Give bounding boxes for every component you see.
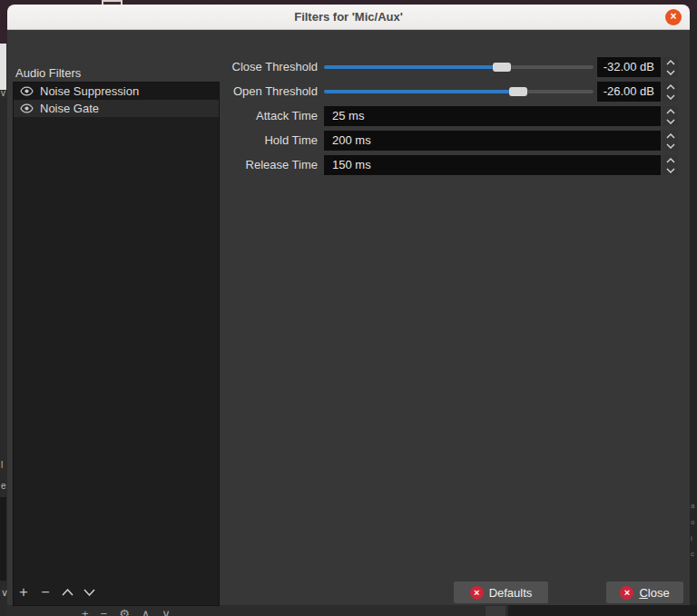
close-threshold-spinner (663, 57, 678, 77)
gear-icon[interactable]: ⚙ (119, 607, 130, 616)
slider-handle[interactable] (509, 87, 527, 96)
open-threshold-spinner (663, 82, 678, 102)
titlebar-close-button[interactable]: × (665, 9, 682, 25)
filters-dialog: Filters for 'Mic/Aux' × Audio Filters No… (7, 5, 690, 605)
dialog-titlebar[interactable]: Filters for 'Mic/Aux' × (7, 5, 690, 30)
attack-time-input[interactable]: 25 ms (324, 106, 661, 126)
edge-glyph: l (1, 461, 3, 470)
edge-glyph: i (691, 535, 692, 543)
background-window-right-edge: a o i c (690, 0, 697, 616)
red-x-icon: × (620, 586, 633, 600)
close-icon: × (670, 10, 676, 23)
edge-glyph: a (691, 503, 694, 510)
hold-time-row: Hold Time 200 ms (7, 131, 690, 151)
move-down-icon[interactable]: ∨ (162, 607, 171, 616)
spinner-down-icon[interactable] (663, 67, 678, 77)
edge-glyph: v (1, 89, 5, 98)
background-window-left-edge: v l e ∨ (0, 0, 7, 616)
close-threshold-label: Close Threshold (7, 57, 318, 77)
remove-icon[interactable]: − (101, 607, 108, 616)
edge-glyph: c (691, 551, 694, 558)
desktop-fragment (690, 0, 697, 11)
release-time-label: Release Time (7, 155, 318, 175)
slider-handle[interactable] (493, 63, 511, 72)
hold-time-label: Hold Time (7, 131, 318, 151)
add-filter-button[interactable]: + (13, 582, 34, 602)
spinner-up-icon[interactable] (663, 155, 678, 165)
filters-list-toolbar: + − (13, 582, 100, 603)
close-button[interactable]: × Close (606, 582, 683, 603)
red-x-icon: × (470, 586, 484, 600)
release-time-spinner (663, 155, 678, 175)
spinner-down-icon[interactable] (663, 141, 678, 151)
spinner-up-icon[interactable] (663, 82, 678, 92)
background-list-fragment (0, 497, 6, 581)
attack-time-row: Attack Time 25 ms (7, 106, 690, 126)
spinner-up-icon[interactable] (663, 131, 678, 141)
hold-time-input[interactable]: 200 ms (324, 131, 661, 151)
background-panel-fragment (508, 605, 697, 616)
background-window-white-fragment (0, 44, 6, 90)
slider-fill (324, 90, 518, 93)
release-time-input[interactable]: 150 ms (324, 155, 661, 175)
remove-filter-button[interactable]: − (34, 582, 56, 602)
background-sources-toolbar: + − ⚙ ∧ ∨ (82, 607, 171, 616)
edge-glyph: e (1, 482, 6, 491)
spinner-down-icon[interactable] (663, 116, 678, 126)
spinner-down-icon[interactable] (663, 165, 678, 175)
slider-fill (324, 65, 502, 69)
defaults-button-label: Defaults (489, 586, 533, 600)
open-threshold-label: Open Threshold (7, 82, 318, 102)
hold-time-spinner (663, 131, 678, 151)
move-filter-down-button[interactable] (78, 582, 100, 602)
move-up-icon[interactable]: ∧ (142, 607, 151, 616)
open-threshold-value[interactable]: -26.00 dB (597, 82, 661, 102)
dialog-body: Audio Filters Noise Suppression (7, 30, 690, 605)
defaults-button[interactable]: × Defaults (454, 582, 548, 603)
background-button-fragment (486, 606, 506, 616)
close-button-label: Close (639, 586, 669, 600)
dialog-title: Filters for 'Mic/Aux' (7, 5, 690, 30)
open-threshold-slider[interactable] (324, 82, 594, 102)
attack-time-label: Attack Time (7, 106, 318, 126)
close-threshold-row: Close Threshold -32.00 dB (7, 57, 690, 77)
close-threshold-slider[interactable] (324, 57, 594, 77)
background-main-window-strip: + − ⚙ ∧ ∨ (7, 605, 697, 616)
spinner-up-icon[interactable] (663, 106, 678, 116)
open-threshold-row: Open Threshold -26.00 dB (7, 82, 690, 102)
spinner-down-icon[interactable] (663, 92, 678, 102)
add-icon[interactable]: + (82, 607, 89, 616)
desktop-fragment (0, 0, 7, 44)
close-threshold-value[interactable]: -32.00 dB (597, 57, 661, 77)
edge-glyph: o (691, 519, 694, 526)
attack-time-spinner (663, 106, 678, 126)
spinner-up-icon[interactable] (663, 57, 678, 67)
move-filter-up-button[interactable] (56, 582, 78, 602)
release-time-row: Release Time 150 ms (7, 155, 690, 175)
